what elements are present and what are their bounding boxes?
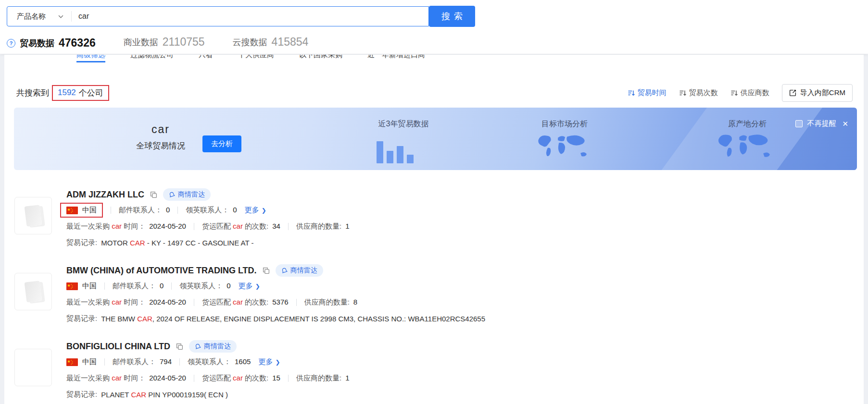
svg-text:★: ★ xyxy=(67,207,71,211)
svg-text:★: ★ xyxy=(67,359,71,363)
copy-icon[interactable] xyxy=(176,343,183,350)
company-row: BONFIGLIOLI CHINA LTD 商情雷达 ★★★★★ 中国 邮件联系… xyxy=(14,340,852,404)
email-contacts-stat: 邮件联系人：794 xyxy=(113,357,172,367)
search-bar: 产品名称 搜索 xyxy=(7,6,475,27)
search-button[interactable]: 搜索 xyxy=(429,6,475,27)
company-trade-record-row: 贸易记录: PLANET CAR PIN YP00019159( ECN ) xyxy=(66,390,228,399)
badge-label: 商情雷达 xyxy=(178,190,205,199)
world-map-icon xyxy=(712,132,780,164)
divider xyxy=(177,207,178,214)
filter-top-suppliers[interactable]: 十大供应商 xyxy=(238,55,274,62)
chevron-down-icon xyxy=(58,15,63,18)
business-radar-badge[interactable]: 商情雷达 xyxy=(189,340,237,353)
freight-stat: 货运匹配 car 的次数:34 xyxy=(202,222,280,231)
close-icon[interactable]: ✕ xyxy=(842,120,848,128)
company-trade-record-row: 贸易记录: THE BMW CAR, 2024 OF RELEASE, ENGI… xyxy=(66,314,485,323)
more-link[interactable]: 更多❯ xyxy=(239,282,260,291)
tab-count: 476326 xyxy=(59,37,96,49)
bar xyxy=(397,146,403,163)
tab-business-data[interactable]: 商业数据 2110755 xyxy=(124,36,205,49)
summary-prefix: 共搜索到 xyxy=(16,87,49,98)
result-count-annotation-box: 1592 个公司 xyxy=(52,85,109,101)
company-purchase-row: 最近一次采购 car 时间：2024-05-20 货运匹配 car 的次数:53… xyxy=(66,298,357,307)
bar xyxy=(407,155,414,163)
filter-country-purchase[interactable]: 以下国家采购 xyxy=(299,55,342,62)
more-link[interactable]: 更多❯ xyxy=(258,357,280,367)
purchase-stat: 最近一次采购 car 时间：2024-05-20 xyxy=(66,222,186,231)
tab-trade-data[interactable]: ? 贸易数据 476326 xyxy=(7,37,96,49)
trade-analysis-banner: car 全球贸易情况 去分析 近3年贸易数据 目标市场分析 原产地分析 不再提醒… xyxy=(14,108,857,170)
page-header: 产品名称 搜索 ? 贸易数据 476326 商业数据 2110755 云搜数据 … xyxy=(0,0,868,54)
divider xyxy=(288,223,289,230)
sort-trade-time[interactable]: 贸易时间 xyxy=(628,88,667,98)
results-summary: 共搜索到 1592 个公司 xyxy=(16,85,109,101)
filter-exclude-logistics[interactable]: 过滤物流公司 xyxy=(130,55,174,62)
tab-cloud-search-data[interactable]: 云搜数据 415854 xyxy=(233,36,309,49)
company-name-row: BMW (CHINA) of AUTOMOTIVE TRADING LTD. 商… xyxy=(66,264,323,277)
sort-trade-count[interactable]: 贸易次数 xyxy=(679,88,718,98)
business-radar-badge[interactable]: 商情雷达 xyxy=(276,264,323,277)
import-crm-button[interactable]: 导入内部CRM xyxy=(782,84,853,102)
results-header: 共搜索到 1592 个公司 贸易时间 贸易次数 供应商数 导入内部CRM xyxy=(16,85,853,101)
filter-new-importers[interactable]: 近一年新增进口商 xyxy=(367,55,425,62)
radar-bell-icon xyxy=(194,343,201,350)
divider xyxy=(194,375,194,382)
banner-section-market-label: 目标市场分析 xyxy=(519,119,610,129)
company-name[interactable]: ADM JIZZAKH LLC xyxy=(66,190,144,200)
tab-label: 商业数据 xyxy=(124,37,158,48)
filter-bar-card: 高级筛选 过滤物流公司 只看 十大供应商 以下国家采购 近一年新增进口商 xyxy=(4,55,864,76)
sort-label: 贸易次数 xyxy=(689,88,718,98)
banner-section-origin-label: 原产地分析 xyxy=(702,119,793,129)
banner-keyword: car xyxy=(129,123,192,136)
company-name[interactable]: BMW (CHINA) of AUTOMOTIVE TRADING LTD. xyxy=(66,266,257,276)
record-label: 贸易记录: xyxy=(66,238,97,247)
filter-only-view[interactable]: 只看 xyxy=(199,55,213,62)
company-contacts-row: ★★★★★ 中国 邮件联系人：794 领英联系人：1605 更多❯ xyxy=(66,357,280,367)
filter-advanced[interactable]: 高级筛选 xyxy=(76,55,105,62)
search-input[interactable] xyxy=(72,7,428,26)
sort-icon xyxy=(730,89,738,97)
import-icon xyxy=(789,89,796,97)
copy-icon[interactable] xyxy=(263,267,270,274)
purchase-stat: 最近一次采购 car 时间：2024-05-20 xyxy=(66,298,186,307)
china-flag-icon: ★★★★★ xyxy=(66,282,78,290)
dont-remind-label: 不再提醒 xyxy=(807,119,836,128)
freight-stat: 货运匹配 car 的次数:5376 xyxy=(202,298,289,307)
record-text: MOTOR CAR - KY - 1497 CC - GASOLINE AT - xyxy=(101,239,253,247)
country-annotation-box: ★★★★★ 中国 xyxy=(60,203,103,218)
linkedin-contacts-stat: 领英联系人：0 xyxy=(186,206,237,215)
divider xyxy=(179,358,180,366)
chevron-right-icon: ❯ xyxy=(275,359,280,366)
company-thumbnail[interactable] xyxy=(14,197,52,234)
supplier-stat: 供应商的数量:8 xyxy=(304,298,358,307)
search-category-select[interactable]: 产品名称 xyxy=(7,12,71,21)
record-text: THE BMW CAR, 2024 OF RELEASE, ENGINE DIS… xyxy=(101,315,485,323)
tab-count: 415854 xyxy=(272,36,309,49)
tab-label: 云搜数据 xyxy=(233,37,267,48)
email-contacts-stat: 邮件联系人：0 xyxy=(119,206,170,215)
business-radar-badge[interactable]: 商情雷达 xyxy=(163,188,211,201)
dont-remind-checkbox[interactable] xyxy=(795,120,803,127)
email-contacts-stat: 邮件联系人：0 xyxy=(113,282,164,291)
summary-suffix: 个公司 xyxy=(79,87,103,98)
question-circle-icon[interactable]: ? xyxy=(7,39,15,48)
divider xyxy=(171,282,172,290)
bar xyxy=(377,141,383,163)
copy-icon[interactable] xyxy=(150,191,157,198)
company-thumbnail[interactable] xyxy=(14,273,52,310)
purchase-stat: 最近一次采购 car 时间：2024-05-20 xyxy=(66,374,186,383)
company-trade-record-row: 贸易记录: MOTOR CAR - KY - 1497 CC - GASOLIN… xyxy=(66,238,254,247)
china-flag-icon: ★★★★★ xyxy=(66,358,78,366)
sort-label: 供应商数 xyxy=(741,88,769,98)
company-name-row: BONFIGLIOLI CHINA LTD 商情雷达 xyxy=(66,340,237,353)
company-name[interactable]: BONFIGLIOLI CHINA LTD xyxy=(66,342,170,352)
company-thumbnail[interactable] xyxy=(14,349,52,386)
sort-supplier-count[interactable]: 供应商数 xyxy=(730,88,769,98)
more-link[interactable]: 更多❯ xyxy=(245,206,266,215)
company-row: BMW (CHINA) of AUTOMOTIVE TRADING LTD. 商… xyxy=(14,264,852,337)
analyze-button[interactable]: 去分析 xyxy=(202,135,241,152)
tab-count: 2110755 xyxy=(163,36,205,49)
divider xyxy=(194,299,194,306)
banner-section-trade-label: 近3年贸易数据 xyxy=(351,119,456,129)
results-card: 共搜索到 1592 个公司 贸易时间 贸易次数 供应商数 导入内部CRM xyxy=(4,76,864,404)
